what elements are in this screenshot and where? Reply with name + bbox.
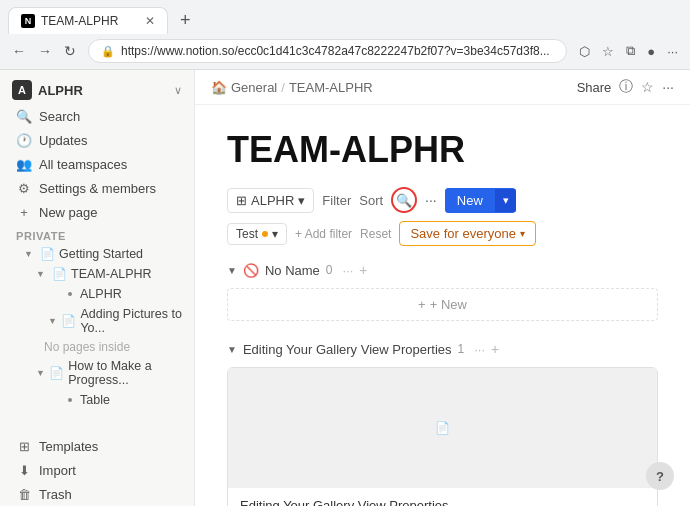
url-bar[interactable]: 🔒 https://www.notion.so/ecc0c1d41c3c4782… (88, 39, 567, 63)
new-button-chevron[interactable]: ▾ (495, 189, 516, 212)
more-options-button[interactable]: ··· (425, 192, 437, 208)
help-button[interactable]: ? (646, 462, 674, 490)
filter-sort-group: Filter Sort 🔍 ··· (322, 187, 436, 213)
topbar: 🏠 General / TEAM-ALPHR Share ⓘ ☆ ··· (195, 70, 690, 105)
browser-actions: ⬡ ☆ ⧉ ● ··· (575, 41, 682, 61)
page-icon: 📄 (49, 366, 64, 380)
url-text: https://www.notion.so/ecc0c1d41c3c4782a4… (121, 44, 554, 58)
page-icon: 📄 (40, 247, 55, 261)
sidebar-item-trash[interactable]: 🗑 Trash (4, 482, 190, 506)
more-options-icon[interactable]: ··· (662, 79, 674, 95)
editing-section-header[interactable]: ▼ Editing Your Gallery View Properties 1… (227, 337, 658, 361)
new-button[interactable]: New (445, 188, 495, 213)
gallery-card-title: Editing Your Gallery View Properties (228, 488, 657, 506)
search-icon: 🔍 (16, 108, 32, 124)
updates-icon: 🕐 (16, 132, 32, 148)
sidebar-item-updates[interactable]: 🕐 Updates (4, 128, 190, 152)
section-more-icon[interactable]: ··· (343, 263, 354, 278)
gallery-card-thumbnail: 📄 (228, 368, 657, 488)
add-filter-button[interactable]: + Add filter (295, 227, 352, 241)
forward-button[interactable]: → (34, 41, 56, 61)
sidebar-item-import[interactable]: ⬇ Import (4, 458, 190, 482)
breadcrumb: 🏠 General / TEAM-ALPHR (211, 80, 373, 95)
tree-item-label: Getting Started (59, 247, 143, 261)
info-icon[interactable]: ⓘ (619, 78, 633, 96)
tab-bar: N TEAM-ALPHR ✕ + (0, 0, 690, 35)
sidebar-item-templates[interactable]: ⊞ Templates (4, 434, 190, 458)
star-icon[interactable]: ☆ (641, 79, 654, 95)
sidebar-tree-alphr[interactable]: ALPHR (4, 284, 190, 304)
nav-buttons: ← → ↻ (8, 41, 80, 61)
share-button[interactable]: Share (577, 80, 612, 95)
section-add-icon[interactable]: + (491, 341, 499, 357)
cast-icon[interactable]: ⬡ (575, 42, 594, 61)
no-icon: 🚫 (243, 262, 259, 278)
no-name-section-header[interactable]: ▼ 🚫 No Name 0 ··· + (227, 258, 658, 282)
filter-button[interactable]: Filter (322, 193, 351, 208)
sidebar-tree-team-alphr[interactable]: ▼ 📄 TEAM-ALPHR (4, 264, 190, 284)
private-section-label: Private (0, 224, 194, 244)
search-icon: 🔍 (396, 193, 412, 208)
bookmark-icon[interactable]: ☆ (598, 42, 618, 61)
database-toolbar: ⊞ ALPHR ▾ Filter Sort 🔍 ··· New ▾ (227, 187, 658, 213)
refresh-button[interactable]: ↻ (60, 41, 80, 61)
chevron-down-icon: ▼ (24, 249, 36, 259)
no-pages-label: No pages inside (0, 338, 194, 356)
extensions-icon[interactable]: ⧉ (622, 41, 639, 61)
sidebar-tree-getting-started[interactable]: ▼ 📄 Getting Started (4, 244, 190, 264)
browser-more-icon[interactable]: ··· (663, 42, 682, 61)
section-more-icon[interactable]: ··· (474, 342, 485, 357)
workspace-header[interactable]: A ALPHR ∨ (0, 70, 194, 104)
section-name: No Name (265, 263, 320, 278)
sidebar-item-search[interactable]: 🔍 Search (4, 104, 190, 128)
no-name-section: ▼ 🚫 No Name 0 ··· + + + New (227, 258, 658, 321)
search-circle-button[interactable]: 🔍 (391, 187, 417, 213)
sidebar-item-newpage[interactable]: + New page (4, 200, 190, 224)
chevron-down-icon: ▼ (36, 368, 45, 378)
sidebar-item-templates-label: Templates (39, 439, 98, 454)
new-button-group: New ▾ (445, 188, 516, 213)
save-for-everyone-button[interactable]: Save for everyone ▾ (399, 221, 536, 246)
filter-bar: Test ▾ + Add filter Reset Save for every… (227, 221, 658, 246)
plus-icon: + (418, 297, 426, 312)
sidebar-tree-adding-pictures[interactable]: ▼ 📄 Adding Pictures to Yo... (4, 304, 190, 338)
breadcrumb-home-icon: 🏠 (211, 80, 227, 95)
sidebar-item-newpage-label: New page (39, 205, 98, 220)
sidebar-item-settings-label: Settings & members (39, 181, 156, 196)
tab-favicon: N (21, 14, 35, 28)
profile-icon[interactable]: ● (643, 42, 659, 61)
tab-close-button[interactable]: ✕ (145, 14, 155, 28)
teamspaces-icon: 👥 (16, 156, 32, 172)
tree-item-label: Adding Pictures to Yo... (80, 307, 182, 335)
gallery-card[interactable]: 📄 Editing Your Gallery View Properties (227, 367, 658, 506)
editing-section: ▼ Editing Your Gallery View Properties 1… (227, 337, 658, 506)
test-filter-tag[interactable]: Test ▾ (227, 223, 287, 245)
section-add-icon[interactable]: + (359, 262, 367, 278)
sidebar: A ALPHR ∨ 🔍 Search 🕐 Updates 👥 All teams… (0, 70, 195, 506)
tree-item-label: How to Make a Progress... (68, 359, 182, 387)
save-everyone-label: Save for everyone (410, 226, 516, 241)
sidebar-item-import-label: Import (39, 463, 76, 478)
sidebar-footer: ⊞ Templates ⬇ Import 🗑 Trash (0, 434, 194, 506)
section-chevron-icon: ▼ (227, 344, 237, 355)
back-button[interactable]: ← (8, 41, 30, 61)
active-tab[interactable]: N TEAM-ALPHR ✕ (8, 7, 168, 34)
reset-button[interactable]: Reset (360, 227, 391, 241)
new-label: + New (430, 297, 467, 312)
tree-item-label: Table (80, 393, 110, 407)
filter-tag-label: Test (236, 227, 258, 241)
add-new-row-button[interactable]: + + New (227, 288, 658, 321)
db-view-selector[interactable]: ⊞ ALPHR ▾ (227, 188, 314, 213)
sidebar-item-settings[interactable]: ⚙ Settings & members (4, 176, 190, 200)
lock-icon: 🔒 (101, 45, 115, 58)
new-tab-button[interactable]: + (172, 6, 199, 35)
sidebar-tree-how-to-progress[interactable]: ▼ 📄 How to Make a Progress... (4, 356, 190, 390)
grid-icon: ⊞ (236, 193, 247, 208)
main-content: 🏠 General / TEAM-ALPHR Share ⓘ ☆ ··· TEA… (195, 70, 690, 506)
sort-button[interactable]: Sort (359, 193, 383, 208)
sidebar-tree-table[interactable]: Table (4, 390, 190, 410)
sidebar-item-search-label: Search (39, 109, 80, 124)
sidebar-item-teamspaces[interactable]: 👥 All teamspaces (4, 152, 190, 176)
page-title: TEAM-ALPHR (227, 129, 658, 171)
workspace-icon: A (12, 80, 32, 100)
